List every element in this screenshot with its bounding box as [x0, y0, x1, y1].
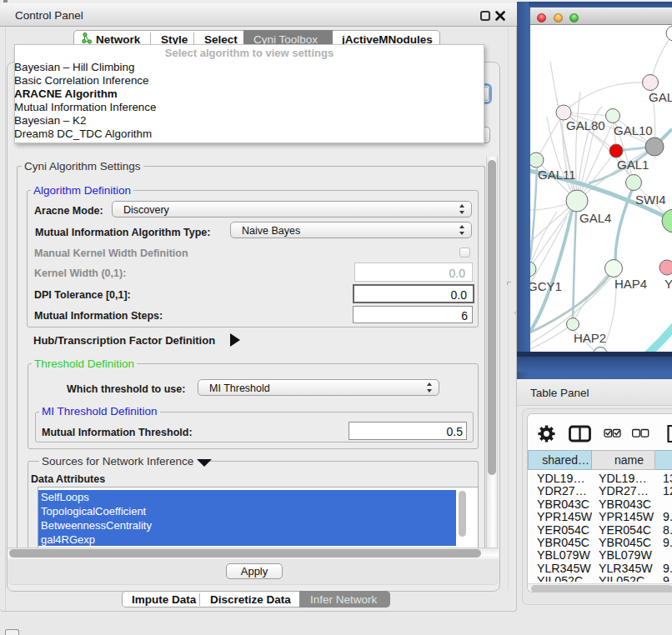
svg-text:GCY1: GCY1: [530, 279, 562, 293]
svg-text:HAP2: HAP2: [574, 331, 606, 345]
svg-text:HAP4: HAP4: [614, 277, 647, 291]
svg-text:SWI4: SWI4: [635, 192, 666, 207]
svg-text:GAL11: GAL11: [538, 168, 576, 182]
svg-text:Y: Y: [664, 277, 672, 291]
svg-text:GAL1: GAL1: [617, 158, 649, 172]
svg-text:GAL4: GAL4: [579, 211, 611, 225]
svg-text:GAL10: GAL10: [614, 123, 653, 138]
svg-text:GAL80: GAL80: [566, 118, 605, 132]
svg-text:GAL7: GAL7: [649, 90, 672, 104]
